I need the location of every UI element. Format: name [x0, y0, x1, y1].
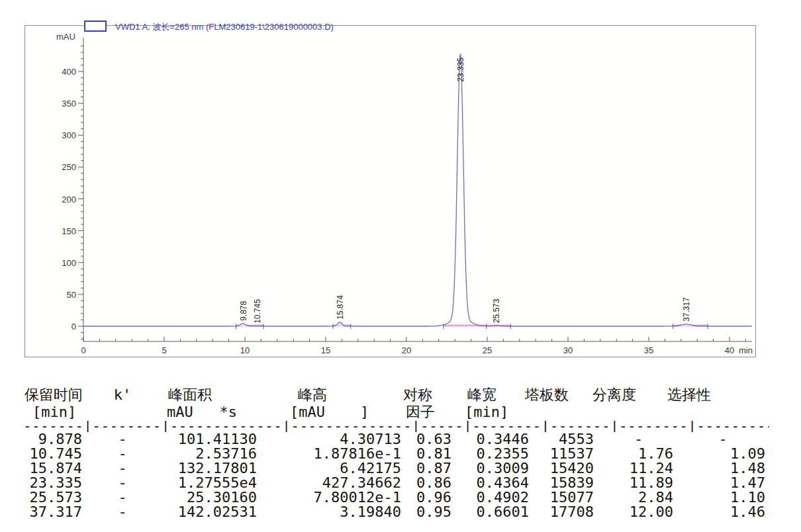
table-cell: 0.95 [403, 505, 458, 519]
x-axis-tick-label: 30 [563, 345, 573, 355]
x-axis-tick-label: 35 [644, 345, 653, 355]
peak-rt-label: 10.745 [253, 299, 262, 324]
x-axis-tick-label: 15 [321, 345, 330, 355]
peak-table: 保留时间k'峰面积峰高对称峰宽塔板数分离度选择性 [min]mAU *s[mAU… [23, 386, 769, 519]
table-cell: 1.27555e4 [159, 476, 279, 490]
peak-table-header: 保留时间k'峰面积峰高对称峰宽塔板数分离度选择性 [min]mAU *s[mAU… [23, 386, 769, 432]
y-axis-tick-label: 50 [67, 290, 76, 300]
table-cell: 101.41130 [159, 432, 279, 447]
table-cell: 132.17801 [159, 461, 279, 476]
table-cell: 37.317 [23, 505, 86, 519]
x-axis-tick-label: 0 [81, 345, 85, 355]
table-row: 15.874-132.178016.421750.870.30091542011… [23, 461, 769, 476]
y-axis-tick-label: 400 [62, 67, 76, 77]
y-axis-tick-label: 100 [62, 258, 76, 268]
x-axis-tick-label: 20 [402, 345, 411, 355]
header-cell: [min] [458, 404, 536, 421]
table-cell: 0.4902 [458, 490, 536, 505]
table-cell: 427.34662 [279, 476, 403, 490]
header-cell [86, 404, 159, 421]
table-cell: 0.3009 [458, 461, 536, 476]
table-cell: - [86, 432, 159, 447]
table-cell: 10.745 [23, 447, 86, 461]
table-cell: 0.96 [403, 490, 458, 505]
header-cell: 选择性 [677, 386, 769, 404]
table-cell: 2.53716 [159, 447, 279, 461]
table-cell: 25.573 [23, 490, 86, 505]
table-cell: 25.30160 [159, 490, 279, 505]
x-axis-tick-label: 5 [162, 345, 166, 355]
header-cell: 峰高 [279, 386, 403, 404]
table-cell: 1.87816e-1 [279, 447, 403, 461]
table-cell: 7.80012e-1 [279, 490, 403, 505]
table-cell: 12.00 [600, 505, 677, 519]
table-cell: - [600, 432, 677, 447]
y-axis-unit-label: mAU [56, 32, 75, 42]
peak-table-body: 9.878-101.411304.307130.630.34464553--10… [23, 432, 769, 519]
header-cell: 峰面积 [159, 386, 279, 404]
table-cell: - [86, 505, 159, 519]
table-cell: 1.09 [677, 447, 769, 461]
table-cell: 11537 [536, 447, 600, 461]
header-cell [677, 404, 769, 421]
header-cell [600, 404, 677, 421]
header-cell: 分离度 [600, 386, 677, 404]
table-cell: 1.76 [600, 447, 677, 461]
table-row: 9.878-101.411304.307130.630.34464553-- [23, 432, 769, 447]
table-cell: 2.84 [600, 490, 677, 505]
table-cell: 6.42175 [279, 461, 403, 476]
table-cell: 23.335 [23, 476, 86, 490]
header-cell [536, 404, 600, 421]
table-cell: - [86, 461, 159, 476]
table-cell: 0.81 [403, 447, 458, 461]
table-cell: 0.63 [403, 432, 458, 447]
chromatogram-panel: 4003503002502001501005000510152025303540… [24, 25, 756, 357]
table-cell: 15.874 [23, 461, 86, 476]
peak-rt-label: 37.317 [682, 297, 691, 322]
table-row: 23.335-1.27555e4427.346620.860.436415839… [23, 476, 769, 490]
header-row-1: 保留时间k'峰面积峰高对称峰宽塔板数分离度选择性 [23, 386, 769, 404]
table-cell: 15420 [536, 461, 600, 476]
table-cell: 1.10 [677, 490, 769, 505]
table-cell: 15077 [536, 490, 600, 505]
table-cell: - [86, 447, 159, 461]
table-cell: 0.87 [403, 461, 458, 476]
y-axis-tick-label: 200 [62, 195, 76, 204]
table-cell: 1.47 [677, 476, 769, 490]
header-cell: mAU *s [159, 404, 279, 421]
table-cell: 17708 [536, 505, 600, 519]
table-cell: 0.2355 [458, 447, 536, 461]
peak-rt-label: 25.573 [492, 298, 501, 323]
x-axis-tick-label: 25 [483, 345, 492, 355]
y-axis-tick-label: 0 [71, 322, 76, 332]
table-cell: 11.89 [600, 476, 677, 490]
table-cell: 0.4364 [458, 476, 536, 490]
table-cell: 4553 [536, 432, 600, 447]
table-cell: 0.86 [403, 476, 458, 490]
y-axis-tick-label: 300 [62, 130, 76, 140]
table-row: 37.317-142.025313.198400.950.66011770812… [23, 505, 769, 519]
table-cell: 1.46 [677, 505, 769, 519]
table-row: 10.745-2.537161.87816e-10.810.2355115371… [23, 447, 769, 461]
table-cell: - [86, 490, 159, 505]
y-axis-tick-label: 350 [62, 99, 76, 109]
table-cell: - [86, 476, 159, 490]
peak-rt-label: 15.874 [336, 295, 345, 320]
y-axis-tick-label: 250 [62, 162, 76, 172]
header-cell: 因子 [403, 404, 458, 421]
header-cell: 塔板数 [536, 386, 600, 404]
header-cell: k' [86, 386, 159, 404]
peak-rt-label: 23.335 [456, 58, 465, 82]
table-cell: 0.3446 [458, 432, 536, 447]
table-cell: - [677, 432, 769, 447]
table-cell: 9.878 [23, 432, 86, 447]
header-cell: [mAU ] [279, 404, 403, 421]
y-axis-tick-label: 150 [62, 226, 76, 236]
header-cell: 峰宽 [458, 386, 536, 404]
header-cell: 对称 [403, 386, 458, 404]
table-cell: 3.19840 [279, 505, 403, 519]
chromatogram-report-page: { "chart": { "legend": { "label": "VWD1 … [0, 0, 801, 532]
table-cell: 142.02531 [159, 505, 279, 519]
legend-label: VWD1 A, 波长=265 nm (FLM230619-1\230619000… [115, 21, 334, 33]
legend-swatch [84, 21, 107, 32]
